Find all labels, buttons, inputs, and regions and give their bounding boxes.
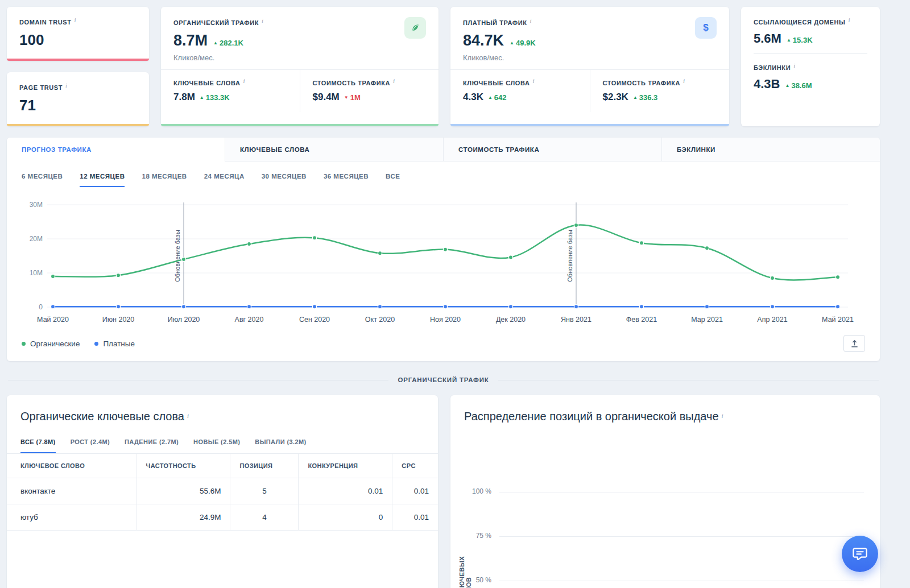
col-competition[interactable]: КОНКУРЕНЦИЯ (299, 454, 392, 478)
divider-line (498, 380, 879, 380)
svg-text:Ноя 2020: Ноя 2020 (430, 316, 461, 324)
range-18m[interactable]: 18 МЕСЯЦЕВ (142, 173, 187, 187)
range-36m[interactable]: 36 МЕСЯЦЕВ (324, 173, 369, 187)
keyword-link[interactable]: ютуб (7, 504, 136, 531)
svg-text:Июл 2020: Июл 2020 (168, 316, 200, 324)
organic-traffic-section-divider: ОРГАНИЧЕСКИЙ ТРАФИК (8, 376, 879, 383)
domain-trust-accent-bar (7, 59, 149, 61)
kw-tab-new[interactable]: НОВЫЕ (2.5M) (193, 438, 240, 453)
frequency-cell: 55.6M (136, 478, 230, 504)
organic-keywords-delta: ▲133.3K (200, 93, 230, 102)
dashboard-page: DOMAIN TRUSTi 100 PAGE TRUSTi 71 ОРГАНИЧ… (0, 0, 887, 588)
organic-traffic-delta: ▲282.1K (213, 39, 243, 47)
kw-tab-lost[interactable]: ВЫПАЛИ (3.2M) (255, 438, 306, 453)
tab-traffic-forecast[interactable]: ПРОГНОЗ ТРАФИКА (7, 138, 225, 162)
info-icon[interactable]: i (530, 17, 532, 24)
paid-cost-delta: ▲336.3 (633, 93, 657, 102)
range-all[interactable]: ВСЕ (386, 173, 400, 187)
gridline (499, 492, 864, 492)
keywords-table: КЛЮЧЕВОЕ СЛОВО ЧАСТОТНОСТЬ ПОЗИЦИЯ КОНКУ… (7, 453, 438, 531)
referring-domains-value: 5.6M (754, 31, 781, 46)
kw-tab-decline[interactable]: ПАДЕНИЕ (2.7M) (125, 438, 179, 453)
position-cell: 4 (230, 504, 299, 531)
frequency-cell: 24.9M (136, 504, 230, 531)
svg-text:Янв 2021: Янв 2021 (561, 316, 592, 324)
info-icon[interactable]: i (65, 82, 68, 89)
organic-leaf-icon (404, 17, 426, 39)
info-icon[interactable]: i (533, 77, 535, 84)
info-icon[interactable]: i (683, 77, 685, 84)
positions-tick-label: 100 % (466, 487, 491, 495)
delta-up-icon: ▲ (488, 95, 493, 100)
referring-domains-block: ССЫЛАЮЩИЕСЯ ДОМЕНЫi 5.6M ▲15.3K (754, 16, 867, 53)
info-icon[interactable]: i (393, 77, 395, 84)
positions-grid-row: 100 % (466, 448, 864, 492)
delta-down-icon: ▼ (344, 95, 349, 100)
col-cpc[interactable]: CPC (392, 454, 438, 478)
svg-text:0: 0 (39, 303, 43, 311)
chat-bubble-icon (851, 545, 868, 562)
backlinks-block: БЭКЛИНКИi 4.3B ▲38.6M (754, 53, 867, 99)
paid-traffic-cost-sub: СТОИМОСТЬ ТРАФИКАi $2.3K ▲336.3 (590, 70, 730, 112)
paid-traffic-delta: ▲49.9K (510, 39, 536, 47)
info-icon[interactable]: i (793, 62, 796, 69)
keyword-link[interactable]: вконтакте (7, 478, 136, 504)
domain-trust-value: 100 (19, 31, 136, 49)
organic-accent-bar (161, 124, 439, 126)
range-6m[interactable]: 6 МЕСЯЦЕВ (22, 173, 63, 187)
positions-distribution-title: Распределение позиций в органической выд… (450, 395, 880, 423)
svg-text:20M: 20M (30, 235, 43, 243)
delta-up-icon: ▲ (633, 95, 638, 100)
dollar-icon: $ (695, 17, 717, 39)
backlinks-value: 4.3B (754, 77, 780, 92)
svg-text:30M: 30M (30, 201, 43, 209)
domain-trust-label: DOMAIN TRUSTi (19, 16, 136, 26)
main-tabs: ПРОГНОЗ ТРАФИКА КЛЮЧЕВЫЕ СЛОВА СТОИМОСТЬ… (7, 138, 880, 162)
kw-tab-all[interactable]: ВСЕ (7.8M) (20, 438, 56, 453)
col-frequency[interactable]: ЧАСТОТНОСТЬ (136, 454, 230, 478)
divider-line (8, 380, 388, 380)
svg-text:Апр 2021: Апр 2021 (757, 316, 787, 324)
backlinks-delta: ▲38.6M (785, 81, 812, 90)
page-trust-value: 71 (19, 97, 136, 114)
positions-grid-row: 75 % (466, 492, 864, 537)
paid-keywords-delta: ▲642 (488, 93, 507, 102)
gridline (499, 536, 864, 537)
range-24m[interactable]: 24 МЕСЯЦА (204, 173, 245, 187)
col-keyword[interactable]: КЛЮЧЕВОЕ СЛОВО (7, 454, 136, 478)
export-icon (850, 339, 859, 348)
chat-widget-button[interactable] (842, 536, 878, 572)
forecast-chart: 010M20M30MОбновление базыОбновление базы… (7, 188, 880, 329)
organic-traffic-unit: Кликов/мес. (173, 53, 264, 62)
info-icon[interactable]: i (75, 16, 77, 23)
tab-traffic-cost[interactable]: СТОИМОСТЬ ТРАФИКА (443, 138, 661, 162)
page-trust-card: PAGE TRUSTi 71 (7, 72, 149, 126)
svg-text:Обновление базы: Обновление базы (174, 230, 181, 282)
organic-keywords-title: Органические ключевые словаi (7, 395, 438, 423)
table-row: ютуб 24.9M 4 0 0.01 (7, 504, 438, 531)
bottom-panels-row: Органические ключевые словаi ВСЕ (7.8M) … (7, 395, 880, 588)
info-icon[interactable]: i (848, 16, 850, 23)
tab-keywords[interactable]: КЛЮЧЕВЫЕ СЛОВА (225, 138, 443, 162)
paid-keywords-sub: КЛЮЧЕВЫЕ СЛОВАi 4.3K ▲642 (450, 70, 590, 112)
export-button[interactable] (843, 335, 865, 352)
keywords-filter-tabs: ВСЕ (7.8M) РОСТ (2.4M) ПАДЕНИЕ (2.7M) НО… (20, 438, 424, 453)
info-icon[interactable]: i (262, 17, 264, 24)
paid-traffic-value: 84.7K (463, 32, 504, 49)
range-30m[interactable]: 30 МЕСЯЦЕВ (262, 173, 307, 187)
cpc-cell: 0.01 (392, 504, 438, 531)
info-icon[interactable]: i (722, 412, 723, 419)
position-cell: 5 (230, 478, 299, 504)
svg-text:Май 2021: Май 2021 (822, 316, 854, 324)
trust-cards-column: DOMAIN TRUSTi 100 PAGE TRUSTi 71 (7, 7, 149, 126)
tab-backlinks[interactable]: БЭКЛИНКИ (661, 138, 880, 162)
positions-grid-row: 50 % (466, 537, 864, 581)
info-icon[interactable]: i (243, 77, 246, 84)
summary-cards-row: DOMAIN TRUSTi 100 PAGE TRUSTi 71 ОРГАНИЧ… (7, 7, 880, 126)
positions-gridlines: 100 %75 %50 % (466, 448, 864, 581)
domain-trust-card: DOMAIN TRUSTi 100 (7, 7, 149, 61)
range-12m[interactable]: 12 МЕСЯЦЕВ (80, 173, 125, 187)
info-icon[interactable]: i (187, 412, 189, 419)
col-position[interactable]: ПОЗИЦИЯ (230, 454, 299, 478)
kw-tab-growth[interactable]: РОСТ (2.4M) (71, 438, 110, 453)
